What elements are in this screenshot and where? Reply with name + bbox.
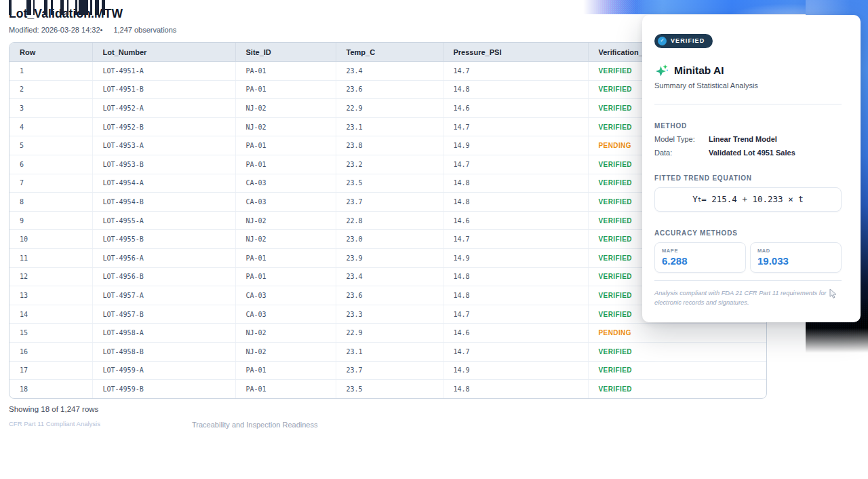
model-type-row: Model Type: Linear Trend Model (654, 135, 842, 143)
metric-label: MAPE (662, 248, 738, 254)
cell-site_id: CA-03 (235, 193, 336, 212)
cell-lot_number: LOT-4951-A (92, 62, 235, 81)
cell-temp_c: 23.7 (336, 361, 443, 380)
cell-row: 9 (9, 211, 92, 230)
cell-pressure_psi: 14.7 (443, 117, 588, 136)
column-header-site_id[interactable]: Site_ID (235, 43, 336, 62)
equation-section-heading: FITTED TREND EQUATION (654, 174, 842, 182)
column-header-temp_c[interactable]: Temp_C (336, 43, 443, 62)
cell-site_id: CA-03 (235, 174, 336, 193)
table-row[interactable]: 15LOT-4958-ANJ-0222.914.6PENDING (9, 324, 766, 343)
cell-pressure_psi: 14.7 (443, 342, 588, 361)
cell-row: 8 (9, 193, 92, 212)
cell-temp_c: 23.5 (336, 174, 443, 193)
cell-lot_number: LOT-4954-B (92, 193, 235, 212)
metric-value: 19.033 (757, 255, 834, 267)
cell-row: 13 (9, 286, 92, 305)
cell-row: 18 (9, 380, 92, 398)
cell-site_id: PA-01 (235, 267, 336, 286)
cell-lot_number: LOT-4953-B (92, 155, 235, 174)
cell-verification_status: VERIFIED (588, 361, 766, 380)
cell-site_id: PA-01 (235, 380, 336, 398)
model-type-label: Model Type: (654, 135, 709, 143)
row-count-status: Showing 18 of 1,247 rows (9, 405, 98, 413)
barcode-icon (9, 0, 105, 15)
cell-site_id: NJ-02 (235, 211, 336, 230)
cell-row: 3 (9, 99, 92, 118)
method-section-heading: METHOD (654, 122, 842, 130)
data-source-label: Data: (654, 149, 709, 157)
cell-temp_c: 23.4 (336, 267, 443, 286)
data-source-row: Data: Validated Lot 4951 Sales (654, 149, 842, 157)
minitab-ai-panel: ✓ VERIFIED Minitab AI Summary of Statist… (642, 15, 861, 322)
cell-lot_number: LOT-4959-A (92, 361, 235, 380)
equation-rhs: = 215.4 + 10.233 × t (701, 194, 804, 204)
cell-temp_c: 22.9 (336, 99, 443, 118)
cell-row: 14 (9, 305, 92, 324)
cell-lot_number: LOT-4957-B (92, 305, 235, 324)
verified-badge-label: VERIFIED (671, 37, 705, 44)
cell-lot_number: LOT-4957-A (92, 286, 235, 305)
cell-lot_number: LOT-4955-A (92, 211, 235, 230)
cell-row: 5 (9, 136, 92, 155)
table-row[interactable]: 17LOT-4959-APA-0123.714.9VERIFIED (9, 361, 766, 380)
check-circle-icon: ✓ (658, 37, 667, 45)
cell-pressure_psi: 14.8 (443, 380, 588, 398)
cell-pressure_psi: 14.6 (443, 324, 588, 343)
cell-site_id: NJ-02 (235, 99, 336, 118)
cell-lot_number: LOT-4956-B (92, 267, 235, 286)
cell-lot_number: LOT-4954-A (92, 174, 235, 193)
cell-pressure_psi: 14.8 (443, 193, 588, 212)
cell-temp_c: 23.3 (336, 305, 443, 324)
divider (654, 280, 842, 281)
metric-card-mape: MAPE6.288 (654, 242, 746, 273)
cell-pressure_psi: 14.8 (443, 174, 588, 193)
cell-pressure_psi: 14.9 (443, 248, 588, 267)
traceability-label: Traceability and Inspection Readiness (192, 421, 317, 429)
cell-lot_number: LOT-4958-A (92, 324, 235, 343)
cell-temp_c: 23.0 (336, 230, 443, 249)
cell-site_id: NJ-02 (235, 324, 336, 343)
cell-site_id: PA-01 (235, 62, 336, 81)
cell-temp_c: 23.8 (336, 136, 443, 155)
trend-equation: Yt = 215.4 + 10.233 × t (654, 187, 842, 212)
cell-site_id: PA-01 (235, 361, 336, 380)
cell-temp_c: 23.7 (336, 193, 443, 212)
ai-panel-subtitle: Summary of Statistical Analysis (654, 81, 842, 90)
cell-temp_c: 22.9 (336, 324, 443, 343)
cell-temp_c: 22.8 (336, 211, 443, 230)
metric-value: 6.288 (662, 255, 738, 267)
cell-verification_status: PENDING (588, 324, 766, 343)
table-row[interactable]: 16LOT-4958-BNJ-0223.114.7VERIFIED (9, 342, 766, 361)
cell-lot_number: LOT-4955-B (92, 230, 235, 249)
metric-label: MAD (757, 248, 834, 254)
observations-count: 1,247 observations (113, 26, 176, 34)
metric-card-mad: MAD19.033 (750, 242, 842, 273)
column-header-pressure_psi[interactable]: Pressure_PSI (443, 43, 588, 62)
file-meta: Modified: 2026-03-28 14:32• 1,247 observ… (9, 26, 176, 34)
cell-row: 17 (9, 361, 92, 380)
model-type-value: Linear Trend Model (709, 135, 777, 143)
cell-verification_status: VERIFIED (588, 342, 766, 361)
table-row[interactable]: 18LOT-4959-BPA-0123.514.8VERIFIED (9, 380, 766, 398)
cell-lot_number: LOT-4952-B (92, 117, 235, 136)
cell-site_id: NJ-02 (235, 117, 336, 136)
accuracy-metrics: MAPE6.288MAD19.033 (654, 242, 842, 273)
cell-lot_number: LOT-4951-B (92, 80, 235, 99)
cell-verification_status: VERIFIED (588, 380, 766, 398)
cell-row: 11 (9, 248, 92, 267)
column-header-lot_number[interactable]: Lot_Number (92, 43, 235, 62)
divider (654, 104, 842, 104)
cell-lot_number: LOT-4959-B (92, 380, 235, 398)
data-source-value: Validated Lot 4951 Sales (709, 149, 795, 157)
cell-pressure_psi: 14.8 (443, 80, 588, 99)
cell-temp_c: 23.5 (336, 380, 443, 398)
cell-pressure_psi: 14.8 (443, 286, 588, 305)
cell-row: 10 (9, 230, 92, 249)
cell-site_id: PA-01 (235, 136, 336, 155)
cell-lot_number: LOT-4952-A (92, 99, 235, 118)
cell-lot_number: LOT-4956-A (92, 248, 235, 267)
column-header-row[interactable]: Row (9, 43, 92, 62)
cell-temp_c: 23.4 (336, 62, 443, 81)
cursor-icon (829, 288, 838, 299)
